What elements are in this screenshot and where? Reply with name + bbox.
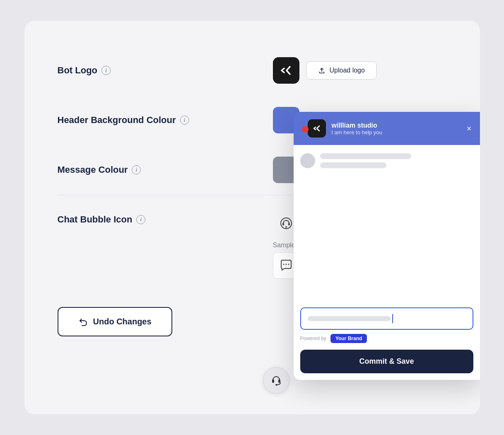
chat-bubble-icon-label: Chat Bubble Icon i	[58, 210, 273, 225]
chat-bubble-line-1	[320, 153, 411, 159]
commit-btn-wrapper: Commit & Save	[294, 350, 480, 380]
svg-rect-8	[278, 379, 280, 383]
headset-icon	[279, 216, 294, 231]
bot-logo-row: Bot Logo i Upload logo	[58, 46, 447, 95]
upload-logo-button[interactable]: Upload logo	[306, 61, 377, 80]
sample-label: Sample	[273, 242, 295, 249]
chat-header-subtitle: I am here to help you	[332, 129, 461, 135]
undo-changes-label: Undo Changes	[93, 317, 152, 326]
bot-logo-svg	[278, 63, 294, 78]
chat-bubble-line-2	[320, 162, 386, 168]
main-card: Bot Logo i Upload logo	[24, 21, 480, 414]
chat-avatar	[300, 153, 315, 168]
headset-fab-button[interactable]	[263, 367, 289, 394]
chat-widget-preview: willliam studio I am here to help you × …	[294, 112, 480, 380]
svg-rect-7	[272, 379, 274, 383]
chat-bubble-icon	[279, 258, 294, 273]
svg-rect-2	[288, 223, 290, 225]
chat-body	[294, 145, 480, 302]
message-colour-text: Message Colour	[58, 164, 128, 175]
svg-point-5	[285, 264, 287, 265]
chat-input-box[interactable]	[300, 307, 473, 330]
chat-input-placeholder	[308, 316, 391, 321]
header-bg-colour-label: Header Background Colour i	[58, 115, 273, 126]
message-colour-label: Message Colour i	[58, 164, 273, 175]
bot-logo-info-icon[interactable]: i	[101, 66, 111, 75]
chat-input-area	[294, 302, 480, 330]
chat-bubbles	[320, 153, 411, 168]
svg-rect-1	[282, 223, 284, 225]
chat-logo-svg	[311, 123, 322, 134]
chat-footer: Powered by Your Brand	[294, 330, 480, 350]
chat-input-cursor	[392, 314, 393, 323]
svg-point-6	[288, 264, 289, 265]
bot-logo-label: Bot Logo i	[58, 65, 273, 76]
chat-close-button[interactable]: ×	[467, 124, 472, 133]
upload-logo-label: Upload logo	[330, 67, 365, 74]
chat-bubble-icon-text: Chat Bubble Icon	[58, 214, 133, 225]
notification-dot	[302, 126, 309, 133]
chat-bubble-icon-info-icon[interactable]: i	[136, 215, 145, 224]
headset-fab-icon	[270, 374, 282, 387]
bot-logo-text: Bot Logo	[58, 65, 98, 76]
header-bg-colour-text: Header Background Colour	[58, 115, 176, 126]
svg-point-3	[285, 226, 287, 228]
upload-icon	[318, 67, 326, 74]
your-brand-badge: Your Brand	[330, 334, 367, 343]
message-colour-info-icon[interactable]: i	[132, 165, 141, 174]
chat-message-group	[300, 153, 473, 168]
chat-header: willliam studio I am here to help you ×	[294, 112, 480, 145]
svg-point-4	[283, 264, 284, 265]
powered-by-text: Powered by	[300, 336, 326, 341]
chat-header-text: willliam studio I am here to help you	[332, 122, 461, 135]
bot-logo-control: Upload logo	[273, 57, 377, 84]
undo-icon	[78, 317, 87, 326]
commit-save-button[interactable]: Commit & Save	[300, 350, 473, 373]
header-bg-colour-info-icon[interactable]: i	[180, 116, 189, 125]
svg-point-9	[275, 384, 277, 386]
undo-changes-button[interactable]: Undo Changes	[58, 307, 172, 336]
bot-logo-preview	[273, 57, 299, 84]
chat-header-title: willliam studio	[332, 122, 461, 129]
chat-header-logo	[308, 119, 326, 138]
